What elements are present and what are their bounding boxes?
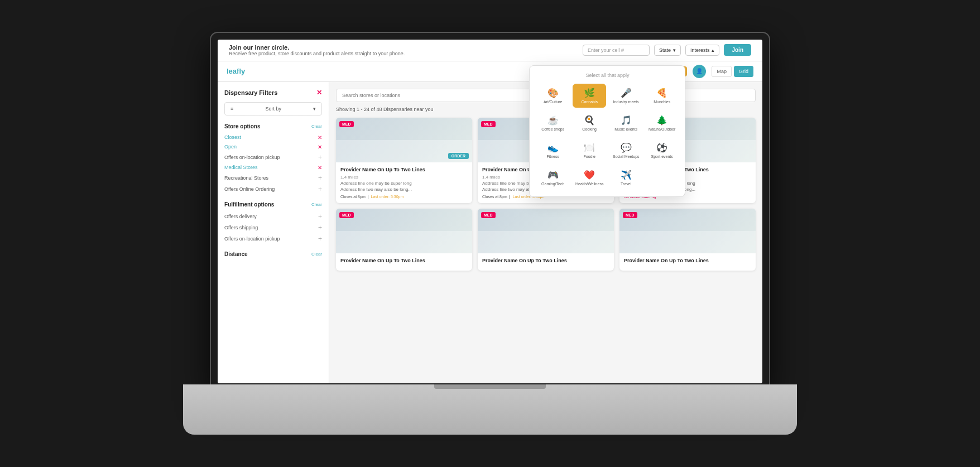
- nature-label: Nature/Outdoor: [648, 127, 675, 131]
- munchies-icon: 🍕: [656, 88, 667, 98]
- card-image-6: MED: [619, 209, 756, 253]
- filter-delivery-label: Offers delivery: [224, 214, 257, 219]
- filter-recreational-add[interactable]: +: [318, 174, 322, 182]
- store-options-title: Store options: [224, 123, 260, 129]
- interest-gaming[interactable]: 🎮 Gaming/Tech: [536, 166, 569, 190]
- banner-text: Join our inner circle. Receive free prod…: [229, 44, 405, 56]
- filter-delivery: Offers delivery +: [224, 211, 322, 222]
- interest-travel[interactable]: ✈️ Travel: [609, 166, 642, 190]
- card-body-6: Provider Name On Up To Two Lines: [619, 253, 756, 271]
- interest-art[interactable]: 🎨 Art/Culture: [536, 84, 569, 108]
- interest-nature[interactable]: 🌲 Nature/Outdoor: [646, 111, 679, 135]
- social-label: Social Meetups: [613, 155, 640, 158]
- fulfillment-options-clear[interactable]: Clear: [311, 202, 322, 207]
- close-filters-icon[interactable]: ✕: [316, 89, 322, 97]
- interest-coffee[interactable]: ☕ Coffee shops: [536, 111, 569, 135]
- filter-pickup-label: Offers on-location pickup: [224, 236, 280, 242]
- coffee-label: Coffee shops: [541, 127, 564, 131]
- sort-label: Sort by: [265, 106, 281, 112]
- filter-shipping: Offers shipping +: [224, 222, 322, 233]
- card-image-1: MED ORDER: [336, 118, 472, 162]
- distance-title: Distance: [224, 251, 248, 257]
- filter-shipping-add[interactable]: +: [318, 224, 322, 232]
- banner-subtitle: Receive free product, store discounts an…: [229, 51, 405, 56]
- filter-medical: Medical Stores ✕: [224, 163, 322, 172]
- sort-icon: ≡: [230, 106, 233, 112]
- chevron-down-icon: ▾: [313, 106, 316, 112]
- map-view-button[interactable]: Map: [712, 66, 732, 77]
- sidebar-title: Dispensary Filters ✕: [224, 89, 322, 97]
- filter-online-ordering: Offers Online Ordering +: [224, 184, 322, 195]
- distance-section: Distance Clear: [224, 251, 322, 257]
- cell-input[interactable]: Enter your cell #: [583, 45, 650, 56]
- store-options-header: Store options Clear: [224, 123, 322, 129]
- filter-onsite-pickup-add[interactable]: +: [318, 153, 322, 161]
- interest-foodie[interactable]: 🍽️ Foodie: [573, 138, 606, 162]
- interests-select[interactable]: Interests ▴ Select all that apply 🎨 Art/…: [685, 45, 720, 56]
- filter-closest-check[interactable]: ✕: [318, 134, 322, 141]
- dispensary-card-5[interactable]: MED Provider Name On Up To Two Lines: [478, 209, 614, 271]
- interests-grid: 🎨 Art/Culture 🌿 Cannabis 🎤: [536, 84, 678, 190]
- coffee-icon: ☕: [547, 115, 559, 126]
- interest-fitness[interactable]: 👟 Fitness: [536, 138, 569, 162]
- cannabis-icon: 🌿: [584, 88, 595, 98]
- store-visual-6: [619, 209, 756, 253]
- interests-dropdown: Select all that apply 🎨 Art/Culture 🌿 Ca…: [529, 65, 685, 197]
- cooking-label: Cooking: [582, 127, 597, 131]
- store-options-section: Store options Clear Closest ✕ Open ✕: [224, 123, 322, 195]
- music-label: Music events: [614, 127, 637, 131]
- filter-open-check[interactable]: ✕: [318, 144, 322, 150]
- filter-medical-check[interactable]: ✕: [318, 165, 322, 171]
- interest-health[interactable]: ❤️ Health/Wellness: [573, 166, 606, 190]
- distance-header: Distance Clear: [224, 251, 322, 257]
- interest-sports[interactable]: ⚽ Sport events: [646, 138, 679, 162]
- interest-social[interactable]: 💬 Social Meetups: [609, 138, 642, 162]
- foodie-icon: 🍽️: [584, 142, 595, 153]
- interest-cannabis[interactable]: 🌿 Cannabis: [573, 84, 606, 108]
- med-badge-2: MED: [481, 121, 496, 127]
- chevron-down-icon: ▾: [673, 47, 676, 53]
- filter-pickup-add[interactable]: +: [318, 235, 322, 243]
- fulfillment-options-header: Fulfillment options Clear: [224, 201, 322, 208]
- dispensary-card-6[interactable]: MED Provider Name On Up To Two Lines: [619, 209, 756, 271]
- interest-industry[interactable]: 🎤 Industry meets: [609, 84, 642, 108]
- foodie-label: Foodie: [583, 155, 595, 158]
- travel-icon: ✈️: [621, 170, 632, 180]
- store-visual-4: [336, 209, 472, 253]
- filter-recreational: Recreational Stores +: [224, 172, 322, 184]
- view-toggle: Map Grid: [712, 66, 753, 77]
- card-title-6: Provider Name On Up To Two Lines: [624, 258, 751, 264]
- user-icon: 👤: [696, 68, 703, 74]
- user-avatar[interactable]: 👤: [693, 65, 706, 78]
- app-container: Join our inner circle. Receive free prod…: [218, 40, 762, 383]
- med-badge-4: MED: [339, 212, 354, 218]
- screen: Join our inner circle. Receive free prod…: [218, 40, 762, 383]
- search-input[interactable]: [336, 89, 544, 102]
- interest-cooking[interactable]: 🍳 Cooking: [573, 111, 606, 135]
- screen-bezel: Join our inner circle. Receive free prod…: [211, 33, 769, 390]
- join-button[interactable]: Join: [724, 44, 751, 56]
- closes-text-2: Closes at 8pm: [482, 195, 507, 199]
- interest-munchies[interactable]: 🍕 Munchies: [646, 84, 679, 108]
- order-badge-1[interactable]: ORDER: [448, 153, 469, 159]
- filter-shipping-label: Offers shipping: [224, 225, 258, 230]
- dispensary-card-4[interactable]: MED Provider Name On Up To Two Lines: [336, 209, 472, 271]
- filter-online-ordering-add[interactable]: +: [318, 185, 322, 193]
- distance-clear[interactable]: Clear: [311, 252, 322, 257]
- filter-closest-label: Closest: [224, 134, 241, 140]
- filter-delivery-add[interactable]: +: [318, 213, 322, 220]
- interest-music[interactable]: 🎵 Music events: [609, 111, 642, 135]
- sidebar: Dispensary Filters ✕ ≡ Sort by ▾ Store o…: [218, 82, 329, 383]
- sort-dropdown[interactable]: ≡ Sort by ▾: [224, 102, 322, 115]
- grid-view-button[interactable]: Grid: [734, 66, 753, 77]
- social-icon: 💬: [621, 142, 632, 153]
- card-body-5: Provider Name On Up To Two Lines: [478, 253, 614, 271]
- store-options-clear[interactable]: Clear: [311, 124, 322, 129]
- state-select[interactable]: State ▾: [654, 45, 681, 56]
- health-icon: ❤️: [584, 170, 595, 180]
- dispensary-card-1[interactable]: MED ORDER Provider Name On Up To Two Lin…: [336, 118, 472, 203]
- fitness-icon: 👟: [547, 142, 559, 153]
- travel-label: Travel: [621, 182, 631, 186]
- sports-label: Sport events: [651, 155, 673, 158]
- fulfillment-options-title: Fulfillment options: [224, 201, 274, 208]
